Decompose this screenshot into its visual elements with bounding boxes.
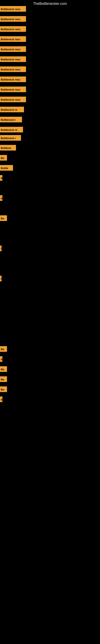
bottleneck-item[interactable]: Bottleneck re: [0, 107, 24, 112]
bottleneck-item[interactable]: l: [0, 276, 1, 281]
bottleneck-item[interactable]: Bottleneck resu: [0, 16, 26, 22]
bottleneck-item[interactable]: Bottleneck re: [0, 127, 23, 132]
bottleneck-item[interactable]: Bottleneck resu: [0, 66, 26, 72]
bottleneck-item[interactable]: Bottleneck resu: [0, 36, 26, 42]
bottleneck-item[interactable]: Bottleneck resu: [0, 46, 26, 52]
bottleneck-item[interactable]: Bottleneck resu: [0, 96, 26, 102]
bottleneck-item[interactable]: b: [0, 356, 2, 362]
bottleneck-item[interactable]: Bottle: [0, 165, 13, 171]
bottleneck-item[interactable]: Bottleneck r: [0, 135, 21, 141]
bottleneck-item[interactable]: Bottlene: [0, 145, 16, 150]
bottleneck-item[interactable]: B: [0, 175, 2, 181]
bottleneck-item[interactable]: Bottleneck resu: [0, 86, 26, 92]
bottleneck-item[interactable]: Bottleneck resu: [0, 56, 26, 62]
bottleneck-item[interactable]: b: [0, 396, 2, 402]
bottleneck-item[interactable]: Bottleneck resu: [0, 6, 26, 12]
bottleneck-item[interactable]: Bo: [0, 366, 7, 372]
bottleneck-item[interactable]: Bo: [0, 155, 7, 160]
bottleneck-item[interactable]: Bottleneck r: [0, 117, 22, 122]
bottleneck-item[interactable]: b: [0, 195, 2, 201]
bottleneck-item[interactable]: Bo: [0, 215, 7, 221]
bottleneck-item[interactable]: Bo: [0, 386, 7, 392]
bottleneck-item[interactable]: l: [0, 246, 1, 251]
bottleneck-item[interactable]: Bo: [0, 346, 7, 352]
bottleneck-item[interactable]: Bo: [0, 376, 7, 382]
bottleneck-item[interactable]: Bottleneck resu: [0, 76, 26, 82]
bottleneck-item[interactable]: Bottleneck resu: [0, 26, 26, 32]
